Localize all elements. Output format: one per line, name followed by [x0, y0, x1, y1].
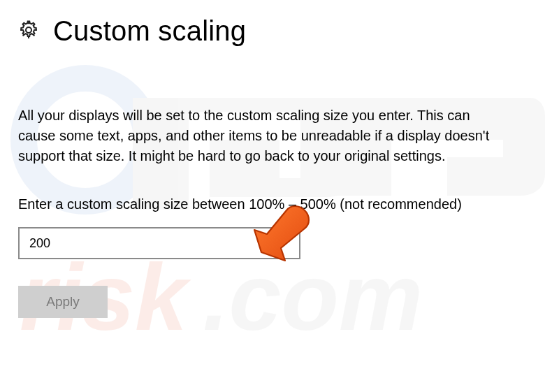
apply-button[interactable]: Apply	[18, 286, 108, 318]
gear-icon	[18, 20, 39, 43]
page-title: Custom scaling	[53, 15, 246, 47]
page-header: Custom scaling	[18, 15, 534, 47]
description-text: All your displays will be set to the cus…	[18, 106, 507, 166]
input-row	[18, 227, 534, 259]
input-prompt: Enter a custom scaling size between 100%…	[18, 194, 465, 215]
svg-point-3	[26, 27, 31, 33]
custom-scaling-input[interactable]	[18, 227, 300, 259]
